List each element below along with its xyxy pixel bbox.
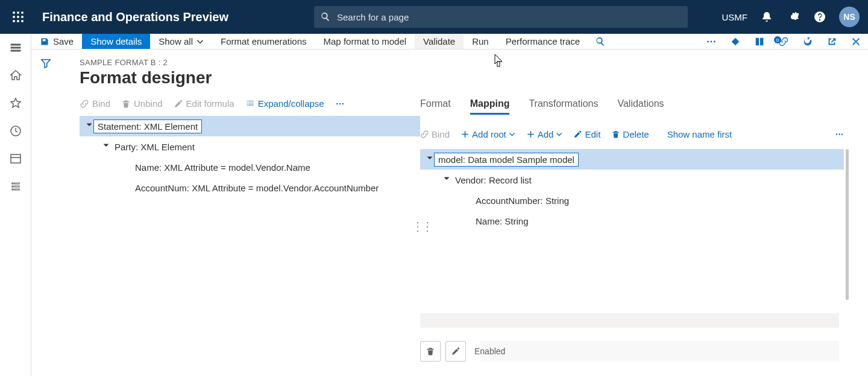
chevron-down-icon bbox=[197, 38, 204, 45]
find-button[interactable] bbox=[588, 34, 612, 49]
format-enumerations-button[interactable]: Format enumerations bbox=[212, 34, 315, 49]
tree-node-label: Statement: XML Element bbox=[94, 120, 201, 133]
tree-node-statement[interactable]: Statement: XML Element bbox=[80, 116, 420, 136]
footer-edit-button[interactable] bbox=[445, 341, 466, 362]
bind-button-left[interactable]: Bind bbox=[80, 98, 110, 109]
overflow-menu-button[interactable] bbox=[699, 34, 723, 49]
filter-button[interactable] bbox=[40, 58, 51, 376]
footer-strip bbox=[420, 313, 839, 328]
enabled-label: Enabled bbox=[474, 346, 505, 356]
bind-label: Bind bbox=[432, 129, 450, 139]
user-avatar[interactable]: NS bbox=[839, 7, 860, 27]
open-reference-button[interactable] bbox=[747, 34, 772, 49]
validate-label: Validate bbox=[423, 36, 455, 46]
tree-node-name[interactable]: Name: String bbox=[420, 211, 844, 231]
diamond-button[interactable] bbox=[723, 34, 747, 49]
save-icon bbox=[40, 37, 49, 46]
tree-node-label: Name: XML Attribute = model.Vendor.Name bbox=[131, 161, 314, 174]
nav-workspaces[interactable] bbox=[0, 145, 31, 173]
footer-strip-2 bbox=[480, 341, 839, 362]
add-label: Add bbox=[538, 129, 554, 139]
add-root-button[interactable]: Add root bbox=[461, 129, 515, 139]
tree-node-model[interactable]: model: Data model Sample model bbox=[420, 149, 844, 170]
attachments-badge: 0 bbox=[774, 36, 781, 43]
footer-delete-button[interactable] bbox=[420, 341, 441, 362]
help-button[interactable] bbox=[813, 10, 827, 24]
map-format-to-model-button[interactable]: Map format to model bbox=[315, 34, 415, 49]
show-details-label: Show details bbox=[90, 36, 142, 46]
nav-home[interactable] bbox=[0, 62, 31, 89]
edit-label: Edit bbox=[585, 129, 600, 139]
tree-node-party[interactable]: Party: XML Element bbox=[80, 136, 420, 157]
save-label: Save bbox=[53, 36, 74, 46]
expand-collapse-button[interactable]: Expand/collapse bbox=[245, 98, 324, 109]
notifications-button[interactable] bbox=[760, 10, 774, 24]
tab-validations[interactable]: Validations bbox=[617, 98, 664, 115]
attachments-button[interactable]: 0 bbox=[772, 34, 796, 49]
unbind-label: Unbind bbox=[134, 98, 163, 109]
refresh-button[interactable] bbox=[796, 34, 820, 49]
app-launcher-icon[interactable] bbox=[4, 0, 33, 34]
expand-toggle-icon[interactable] bbox=[101, 144, 111, 150]
format-enumerations-label: Format enumerations bbox=[221, 36, 307, 46]
tree-node-label: model: Data model Sample model bbox=[435, 153, 578, 166]
expand-collapse-label: Expand/collapse bbox=[258, 98, 324, 109]
left-overflow-button[interactable] bbox=[335, 99, 345, 109]
add-button[interactable]: Add bbox=[526, 129, 563, 139]
search-icon bbox=[320, 11, 331, 22]
edit-button[interactable]: Edit bbox=[573, 129, 600, 139]
unbind-button[interactable]: Unbind bbox=[121, 98, 163, 109]
expand-toggle-icon[interactable] bbox=[442, 177, 451, 183]
show-name-first-label: Show name first bbox=[667, 129, 732, 139]
show-all-label: Show all bbox=[159, 36, 193, 46]
tree-node-label: Party: XML Element bbox=[111, 141, 198, 153]
tree-node-accountnum-attr[interactable]: AccountNum: XML Attribute = model.Vendor… bbox=[80, 177, 420, 198]
tree-node-vendor[interactable]: Vendor: Record list bbox=[420, 170, 844, 190]
nav-collapse-button[interactable] bbox=[0, 34, 31, 62]
right-overflow-button[interactable] bbox=[835, 130, 844, 139]
tab-transformations[interactable]: Transformations bbox=[529, 98, 598, 115]
search-input[interactable]: Search for a page bbox=[314, 6, 688, 28]
company-code[interactable]: USMF bbox=[722, 12, 748, 22]
edit-formula-button[interactable]: Edit formula bbox=[174, 98, 234, 109]
bind-label: Bind bbox=[92, 98, 110, 109]
expand-toggle-icon[interactable] bbox=[425, 156, 435, 162]
delete-label: Delete bbox=[623, 129, 649, 139]
tree-node-label: Vendor: Record list bbox=[451, 174, 535, 186]
tab-mapping[interactable]: Mapping bbox=[470, 98, 510, 115]
close-button[interactable] bbox=[844, 34, 868, 49]
nav-modules[interactable] bbox=[0, 173, 31, 200]
save-button[interactable]: Save bbox=[31, 34, 82, 49]
page-title: Format designer bbox=[80, 68, 868, 88]
bind-button-right[interactable]: Bind bbox=[420, 129, 450, 139]
breadcrumb: SAMPLE FORMAT B : 2 bbox=[80, 58, 868, 67]
tree-node-name-attr[interactable]: Name: XML Attribute = model.Vendor.Name bbox=[80, 157, 420, 177]
nav-recent[interactable] bbox=[0, 117, 31, 145]
nav-favorites[interactable] bbox=[0, 89, 31, 117]
show-name-first-button[interactable]: Show name first bbox=[667, 129, 732, 139]
edit-formula-label: Edit formula bbox=[186, 98, 234, 109]
tree-node-label: Name: String bbox=[472, 215, 532, 228]
run-label: Run bbox=[472, 36, 489, 46]
settings-button[interactable] bbox=[786, 10, 800, 24]
add-root-label: Add root bbox=[472, 129, 506, 139]
tree-node-label: AccountNum: XML Attribute = model.Vendor… bbox=[131, 182, 382, 194]
performance-trace-label: Performance trace bbox=[506, 36, 580, 46]
expand-toggle-icon[interactable] bbox=[84, 123, 94, 129]
performance-trace-button[interactable]: Performance trace bbox=[497, 34, 588, 49]
tree-node-label: AccountNumber: String bbox=[472, 194, 573, 207]
run-button[interactable]: Run bbox=[464, 34, 497, 49]
tree-node-accountnumber[interactable]: AccountNumber: String bbox=[420, 190, 844, 211]
popout-button[interactable] bbox=[820, 34, 844, 49]
show-all-button[interactable]: Show all bbox=[150, 34, 212, 49]
show-details-button[interactable]: Show details bbox=[82, 34, 150, 49]
scrollbar[interactable] bbox=[846, 149, 849, 300]
validate-button[interactable]: Validate bbox=[415, 34, 464, 49]
search-placeholder: Search for a page bbox=[337, 12, 409, 22]
tab-format[interactable]: Format bbox=[420, 98, 451, 115]
map-format-label: Map format to model bbox=[324, 36, 407, 46]
app-title: Finance and Operations Preview bbox=[42, 10, 228, 24]
delete-button[interactable]: Delete bbox=[611, 129, 649, 139]
